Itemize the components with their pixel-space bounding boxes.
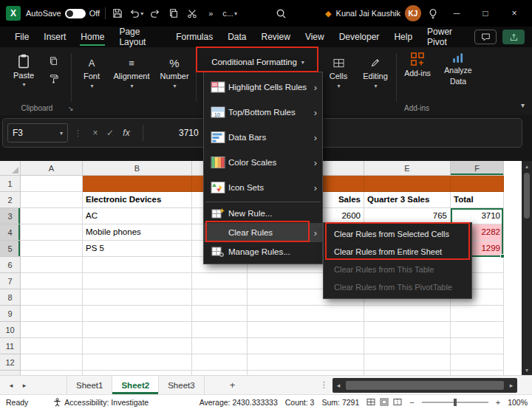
cf-menu-item-manage-rules[interactable]: Manage Rules... — [204, 242, 322, 261]
conditional-formatting-button[interactable]: Conditional Formatting ▾ — [200, 52, 316, 72]
comments-button[interactable] — [474, 30, 497, 44]
cf-menu-item-icon-sets[interactable]: Icon Sets › — [204, 175, 322, 200]
row-header-1[interactable]: 1 — [0, 176, 21, 192]
cell-A9[interactable] — [21, 306, 83, 322]
cell-E9[interactable] — [364, 306, 451, 322]
row-header-8[interactable]: 8 — [0, 289, 21, 306]
maximize-button[interactable]: □ — [474, 3, 497, 24]
cell-E12[interactable] — [364, 354, 451, 371]
tab-scroll-right-button[interactable]: ▸ — [18, 382, 31, 389]
formula-bar-grip[interactable]: ⋮ — [74, 128, 82, 138]
zoom-out-button[interactable]: − — [409, 398, 414, 407]
cell-C9[interactable] — [192, 306, 248, 322]
analyze-data-button[interactable]: Analyze Data — [439, 52, 477, 86]
cell-D9[interactable] — [248, 306, 364, 322]
cell-B11[interactable] — [83, 338, 192, 354]
minimize-button[interactable]: ─ — [445, 3, 468, 24]
cell-D12[interactable] — [248, 354, 364, 371]
cf-menu-item-color-scales[interactable]: Color Scales › — [204, 150, 322, 175]
alignment-group-button[interactable]: ≡ Alignment ▾ — [111, 56, 152, 89]
undo-button[interactable]: ▾ — [129, 5, 143, 21]
cancel-button[interactable]: × — [88, 128, 103, 138]
account-button[interactable]: ◆ Kunal Jai Kaushik KJ — [325, 5, 421, 21]
fill-handle[interactable] — [500, 254, 505, 258]
row-header-2[interactable]: 2 — [0, 192, 21, 208]
horizontal-scroll-thumb[interactable] — [346, 381, 504, 390]
cell-B8[interactable] — [83, 289, 192, 306]
col-header-E[interactable]: E — [364, 161, 451, 176]
qat-customize-button[interactable]: c... ▾ — [222, 5, 237, 21]
tab-file[interactable]: File — [7, 27, 36, 47]
close-button[interactable]: × — [502, 3, 526, 24]
tab-developer[interactable]: Developer — [332, 27, 387, 47]
submenu-item-clear-rules-selected-cells[interactable]: Clear Rules from Selected Cells — [324, 225, 471, 243]
cell-A2[interactable] — [21, 192, 83, 208]
avatar[interactable]: KJ — [405, 5, 421, 21]
cell-B9[interactable] — [83, 306, 192, 322]
cell-B3[interactable]: AC — [83, 208, 192, 224]
scroll-up-button[interactable]: ▴ — [525, 161, 528, 171]
excel-logo-icon[interactable]: X — [6, 6, 21, 21]
cell-D11[interactable] — [248, 338, 364, 354]
cell-B6[interactable] — [83, 257, 192, 273]
row-header-4[interactable]: 4 — [0, 224, 21, 241]
page-break-view-icon[interactable] — [393, 398, 402, 406]
qat-overflow-button[interactable]: » — [204, 5, 217, 21]
cell-B5[interactable]: PS 5 — [83, 241, 192, 257]
save-button[interactable] — [111, 5, 124, 21]
name-box[interactable]: F3 ▾ — [7, 123, 68, 142]
autosave-toggle[interactable] — [65, 9, 86, 18]
tab-splitter-handle[interactable]: ⋮ — [320, 380, 328, 390]
cell-F9[interactable] — [451, 306, 504, 322]
cell-C7[interactable] — [192, 273, 248, 289]
submenu-item-clear-rules-entire-sheet[interactable]: Clear Rules from Entire Sheet — [324, 243, 471, 261]
row-header-5[interactable]: 5 — [0, 241, 21, 257]
row-header-12[interactable]: 12 — [0, 354, 21, 371]
tab-sheet3[interactable]: Sheet3 — [159, 376, 204, 394]
tab-sheet2[interactable]: Sheet2 — [112, 376, 159, 394]
row-header-9[interactable]: 9 — [0, 306, 21, 322]
cell-A6[interactable] — [21, 257, 83, 273]
zoom-level[interactable]: 100% — [508, 398, 528, 407]
scroll-down-button[interactable]: ▾ — [525, 365, 528, 375]
cell-F10[interactable] — [451, 322, 504, 338]
row-header-11[interactable]: 11 — [0, 338, 21, 354]
col-header-B[interactable]: B — [83, 161, 192, 176]
clipboard-dialog-launcher[interactable]: ↘ — [68, 105, 74, 112]
scroll-left-button[interactable]: ◂ — [332, 382, 344, 389]
enter-button[interactable]: ✓ — [103, 128, 117, 138]
cell-A5[interactable] — [21, 241, 83, 257]
row-header-6[interactable]: 6 — [0, 257, 21, 273]
tab-sheet1[interactable]: Sheet1 — [66, 376, 112, 394]
tab-home[interactable]: Home — [73, 27, 112, 47]
cell-A10[interactable] — [21, 322, 83, 338]
cf-menu-item-data-bars[interactable]: Data Bars › — [204, 125, 322, 150]
cell-E11[interactable] — [364, 338, 451, 354]
zoom-slider[interactable] — [422, 402, 488, 403]
font-group-button[interactable]: A Font ▾ — [75, 56, 108, 89]
cell-C12[interactable] — [192, 354, 248, 371]
cf-menu-item-new-rule[interactable]: New Rule... — [204, 204, 322, 223]
tab-page-layout[interactable]: Page Layout — [112, 27, 168, 47]
cell-B1[interactable] — [83, 176, 192, 192]
cell-A3[interactable] — [21, 208, 83, 224]
vertical-scroll-thumb[interactable] — [524, 173, 530, 219]
autosave-control[interactable]: AutoSave Off — [26, 9, 100, 18]
cut-button[interactable] — [185, 5, 199, 21]
cf-menu-item-clear-rules[interactable]: Clear Rules › — [204, 223, 322, 242]
zoom-in-button[interactable]: + — [496, 398, 500, 407]
zoom-slider-knob[interactable] — [454, 399, 457, 406]
cell-F12[interactable] — [451, 354, 504, 371]
cells-group-button[interactable]: Cells ▾ — [322, 56, 355, 89]
tab-review[interactable]: Review — [254, 27, 298, 47]
tab-data[interactable]: Data — [220, 27, 253, 47]
tab-view[interactable]: View — [298, 27, 332, 47]
cell-E10[interactable] — [364, 322, 451, 338]
cell-B12[interactable] — [83, 354, 192, 371]
cell-A4[interactable] — [21, 224, 83, 241]
search-button[interactable] — [274, 5, 287, 21]
select-all-button[interactable] — [0, 161, 21, 176]
cell-F2[interactable]: Total — [451, 192, 504, 208]
insert-function-button[interactable]: fx — [117, 128, 135, 138]
row-header-10[interactable]: 10 — [0, 322, 21, 338]
